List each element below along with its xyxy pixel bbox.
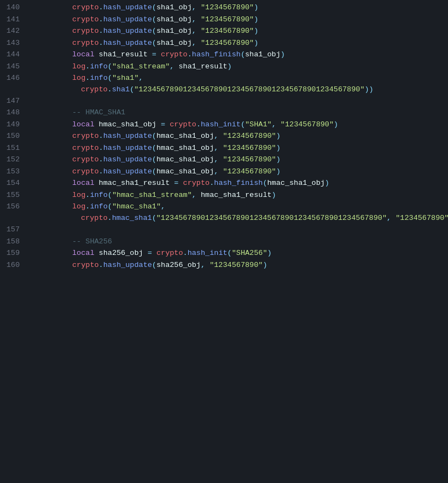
line-number: 147 (0, 96, 28, 108)
line-content: crypto.hash_update(sha1_obj, "1234567890… (28, 14, 448, 26)
line-content: crypto.hash_update(hmac_sha1_obj, "12345… (28, 166, 448, 178)
code-editor: 140crypto.hash_update(sha1_obj, "1234567… (0, 0, 448, 273)
code-line: 150crypto.hash_update(hmac_sha1_obj, "12… (0, 131, 448, 143)
code-line: 147 (0, 96, 448, 108)
line-content: local hmac_sha1_obj = crypto.hash_init("… (28, 119, 448, 131)
line-number: 142 (0, 26, 28, 38)
code-line: 144local sha1_result = crypto.hash_finis… (0, 49, 448, 61)
code-line: 159local sha256_obj = crypto.hash_init("… (0, 248, 448, 260)
line-continuation: crypto.hmac_sha1("1234567890123456789012… (28, 213, 448, 224)
code-line: 155log.info("hmac_sha1_stream", hmac_sha… (0, 190, 448, 202)
line-content: log.info("hmac_sha1", (28, 201, 448, 213)
code-line: 145log.info("sha1_stream", sha1_result) (0, 61, 448, 73)
code-line: 154local hmac_sha1_result = crypto.hash_… (0, 178, 448, 190)
line-content: crypto.hash_update(sha1_obj, "1234567890… (28, 2, 448, 14)
line-content: local sha256_obj = crypto.hash_init("SHA… (28, 248, 448, 259)
code-line: 149local hmac_sha1_obj = crypto.hash_ini… (0, 119, 448, 131)
line-number: 155 (0, 190, 28, 202)
line-number: 158 (0, 236, 28, 248)
code-line: 141crypto.hash_update(sha1_obj, "1234567… (0, 14, 448, 26)
line-content: -- HMAC_SHA1 (28, 107, 448, 119)
line-content: crypto.hash_update(sha1_obj, "1234567890… (28, 38, 448, 49)
code-line: 151crypto.hash_update(hmac_sha1_obj, "12… (0, 143, 448, 155)
code-line: 142crypto.hash_update(sha1_obj, "1234567… (0, 26, 448, 38)
line-number: 152 (0, 154, 28, 166)
line-content: log.info("sha1_stream", sha1_result) (28, 61, 448, 73)
line-number: 146 (0, 73, 28, 96)
code-line: 160crypto.hash_update(sha256_obj, "12345… (0, 260, 448, 272)
line-number: 141 (0, 14, 28, 26)
code-line: 152crypto.hash_update(hmac_sha1_obj, "12… (0, 154, 448, 166)
line-number: 149 (0, 119, 28, 131)
line-content: crypto.hash_update(sha1_obj, "1234567890… (28, 26, 448, 37)
line-number: 148 (0, 107, 28, 119)
line-content: local sha1_result = crypto.hash_finish(s… (28, 49, 448, 61)
line-number: 150 (0, 131, 28, 143)
code-line: 158-- SHA256 (0, 236, 448, 248)
line-number: 159 (0, 248, 28, 260)
line-continuation: crypto.sha1("123456789012345678901234567… (28, 84, 448, 96)
line-number: 140 (0, 2, 28, 14)
line-content: crypto.hash_update(sha256_obj, "12345678… (28, 260, 448, 271)
line-content: log.info("sha1", (28, 73, 448, 84)
line-number: 144 (0, 49, 28, 61)
code-line: 156log.info("hmac_sha1",crypto.hmac_sha1… (0, 201, 448, 224)
line-number: 157 (0, 224, 28, 236)
line-number: 154 (0, 178, 28, 190)
line-number: 143 (0, 38, 28, 50)
line-content: crypto.hash_update(hmac_sha1_obj, "12345… (28, 143, 448, 154)
line-number: 156 (0, 201, 28, 224)
code-line: 153crypto.hash_update(hmac_sha1_obj, "12… (0, 166, 448, 178)
line-number: 153 (0, 166, 28, 178)
code-line: 157 (0, 224, 448, 236)
code-line: 140crypto.hash_update(sha1_obj, "1234567… (0, 2, 448, 14)
line-content: log.info("hmac_sha1_stream", hmac_sha1_r… (28, 190, 448, 201)
line-number: 151 (0, 143, 28, 155)
line-content: local hmac_sha1_result = crypto.hash_fin… (28, 178, 448, 189)
line-content: crypto.hash_update(hmac_sha1_obj, "12345… (28, 154, 448, 166)
code-line: 143crypto.hash_update(sha1_obj, "1234567… (0, 38, 448, 50)
line-number: 145 (0, 61, 28, 73)
line-content: -- SHA256 (28, 236, 448, 248)
line-content: crypto.hash_update(hmac_sha1_obj, "12345… (28, 131, 448, 142)
code-line: 148-- HMAC_SHA1 (0, 107, 448, 119)
code-line: 146log.info("sha1",crypto.sha1("12345678… (0, 73, 448, 96)
line-number: 160 (0, 260, 28, 272)
